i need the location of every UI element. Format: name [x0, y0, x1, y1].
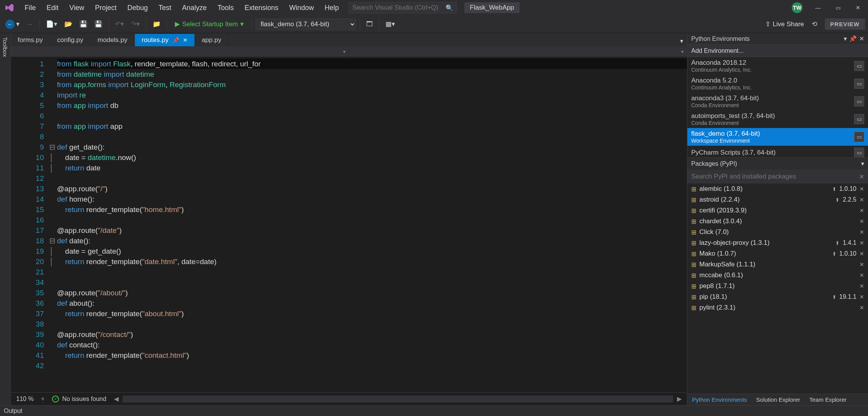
panel-tab-python-environments[interactable]: Python Environments	[687, 395, 752, 404]
toolbox-strip[interactable]: Toolbox	[0, 33, 11, 405]
env-window-icon[interactable]: ▭	[854, 132, 864, 142]
pin-icon[interactable]: 📌	[173, 37, 179, 43]
menu-test[interactable]: Test	[153, 2, 177, 14]
folder-button[interactable]: 📁	[150, 19, 163, 30]
open-button[interactable]: 📂	[62, 19, 75, 30]
user-avatar[interactable]: TW	[792, 2, 803, 13]
env-window-icon[interactable]: ▭	[854, 148, 864, 157]
package-search[interactable]: ✕	[687, 170, 868, 184]
tab-config-py[interactable]: config.py	[50, 34, 90, 46]
env-window-icon[interactable]: ▭	[854, 61, 864, 71]
tab-routes-py[interactable]: routes.py📌✕	[135, 34, 195, 46]
global-search[interactable]: 🔍	[349, 2, 457, 13]
close-icon[interactable]: ✕	[183, 37, 188, 43]
env-item[interactable]: flask_demo (3.7, 64-bit)Workspace Enviro…	[687, 128, 868, 146]
package-row[interactable]: ⊞pylint (2.3.1)✕	[687, 302, 868, 313]
save-all-button[interactable]: 💾	[92, 19, 105, 30]
nav-forward-button[interactable]: →	[24, 19, 35, 30]
menu-edit[interactable]: Edit	[41, 2, 64, 14]
package-row[interactable]: ⊞astroid (2.2.4)⬆2.2.5✕	[687, 194, 868, 205]
env-window-icon[interactable]: ▭	[854, 96, 864, 106]
update-icon[interactable]: ⬆	[832, 294, 836, 300]
tab-forms-py[interactable]: forms.py	[11, 34, 50, 46]
remove-icon[interactable]: ✕	[860, 218, 864, 224]
remove-icon[interactable]: ✕	[860, 207, 864, 214]
undo-button[interactable]: ↶▾	[113, 19, 126, 30]
feedback-button[interactable]: ⟲	[809, 19, 819, 30]
package-row[interactable]: ⊞MarkupSafe (1.1.1)✕	[687, 259, 868, 270]
env-button[interactable]: 🗔	[364, 19, 375, 30]
tab-app-py[interactable]: app.py	[195, 34, 229, 46]
issues-indicator[interactable]: ✓ No issues found	[52, 396, 106, 403]
package-search-input[interactable]	[691, 173, 859, 180]
update-icon[interactable]: ⬆	[835, 197, 840, 203]
output-tab[interactable]: Output	[0, 405, 868, 416]
close-panel-icon[interactable]: ✕	[859, 35, 864, 42]
menu-project[interactable]: Project	[90, 2, 122, 14]
close-button[interactable]: ✕	[848, 0, 868, 15]
fold-column[interactable]: ⊟││ ⊟││	[49, 57, 57, 392]
package-row[interactable]: ⊞Click (7.0)✕	[687, 227, 868, 237]
menu-file[interactable]: File	[19, 2, 41, 14]
package-row[interactable]: ⊞pip (18.1)⬆19.1.1✕	[687, 291, 868, 302]
env-window-icon[interactable]: ▭	[854, 114, 864, 124]
packages-header[interactable]: Packages (PyPI) ▾	[687, 157, 868, 170]
layout-button[interactable]: ▦▾	[383, 19, 397, 30]
dropdown-icon[interactable]: ▾	[844, 35, 847, 42]
remove-icon[interactable]: ✕	[860, 229, 864, 235]
package-row[interactable]: ⊞certifi (2019.3.9)✕	[687, 205, 868, 216]
tabs-overflow[interactable]: ▾	[676, 36, 687, 46]
env-window-icon[interactable]: ▭	[854, 79, 864, 89]
env-item[interactable]: Anaconda 2018.12Continuum Analytics, Inc…	[687, 57, 868, 75]
panel-tab-solution-explorer[interactable]: Solution Explorer	[752, 395, 805, 404]
new-item-button[interactable]: 📄▾	[44, 19, 60, 30]
update-icon[interactable]: ⬆	[832, 186, 836, 192]
menu-tools[interactable]: Tools	[212, 2, 239, 14]
package-row[interactable]: ⊞mccabe (0.6.1)✕	[687, 270, 868, 281]
nav-bar[interactable]: ▾▾	[11, 46, 687, 57]
env-item[interactable]: Anaconda 5.2.0Continuum Analytics, Inc.▭	[687, 75, 868, 93]
minimize-button[interactable]: —	[808, 0, 828, 15]
search-input[interactable]	[352, 4, 446, 12]
menu-extensions[interactable]: Extensions	[239, 2, 284, 14]
remove-icon[interactable]: ✕	[860, 251, 864, 257]
code-content[interactable]: from flask import Flask, render_template…	[57, 57, 687, 392]
env-item[interactable]: autoimports_test (3.7, 64-bit)Conda Envi…	[687, 110, 868, 128]
menu-window[interactable]: Window	[284, 2, 319, 14]
remove-icon[interactable]: ✕	[860, 283, 864, 289]
update-icon[interactable]: ⬆	[832, 251, 836, 257]
package-row[interactable]: ⊞chardet (3.0.4)✕	[687, 216, 868, 227]
add-environment-button[interactable]: Add Environment...	[687, 45, 868, 57]
package-row[interactable]: ⊞Mako (1.0.7)⬆1.0.10✕	[687, 248, 868, 259]
code-editor[interactable]: 1234567891011121314151617181920213435363…	[11, 57, 687, 392]
pin-icon[interactable]: 📌	[849, 35, 857, 42]
save-button[interactable]: 💾	[77, 19, 90, 30]
clear-icon[interactable]: ✕	[859, 173, 864, 180]
remove-icon[interactable]: ✕	[860, 197, 864, 203]
remove-icon[interactable]: ✕	[860, 305, 864, 311]
menu-view[interactable]: View	[64, 2, 90, 14]
menu-analyze[interactable]: Analyze	[177, 2, 212, 14]
package-row[interactable]: ⊞lazy-object-proxy (1.3.1)⬆1.4.1✕	[687, 237, 868, 248]
remove-icon[interactable]: ✕	[860, 186, 864, 192]
live-share-button[interactable]: ⇪ Live Share	[765, 20, 804, 28]
menu-debug[interactable]: Debug	[122, 2, 153, 14]
update-icon[interactable]: ⬆	[835, 240, 840, 246]
maximize-button[interactable]: ▭	[828, 0, 848, 15]
horizontal-scrollbar[interactable]: ◀▶	[114, 395, 682, 403]
env-item[interactable]: anaconda3 (3.7, 64-bit)Conda Environment…	[687, 93, 868, 110]
remove-icon[interactable]: ✕	[860, 261, 864, 268]
remove-icon[interactable]: ✕	[860, 294, 864, 300]
panel-tab-team-explorer[interactable]: Team Explorer	[805, 395, 851, 404]
zoom-level[interactable]: 110 %	[16, 396, 34, 403]
nav-back-button[interactable]: ← ▾	[3, 18, 22, 30]
package-row[interactable]: ⊞pep8 (1.7.1)✕	[687, 281, 868, 291]
start-button[interactable]: ▶ Select Startup Item ▾	[171, 19, 248, 30]
menu-help[interactable]: Help	[319, 2, 344, 14]
tab-models-py[interactable]: models.py	[90, 34, 134, 46]
env-item[interactable]: PyCharm Scripts (3.7, 64-bit)▭	[687, 146, 868, 157]
environment-selector[interactable]: flask_demo (3.7, 64-bit)	[256, 19, 356, 30]
remove-icon[interactable]: ✕	[860, 272, 864, 278]
remove-icon[interactable]: ✕	[860, 240, 864, 246]
package-row[interactable]: ⊞alembic (1.0.8)⬆1.0.10✕	[687, 184, 868, 194]
